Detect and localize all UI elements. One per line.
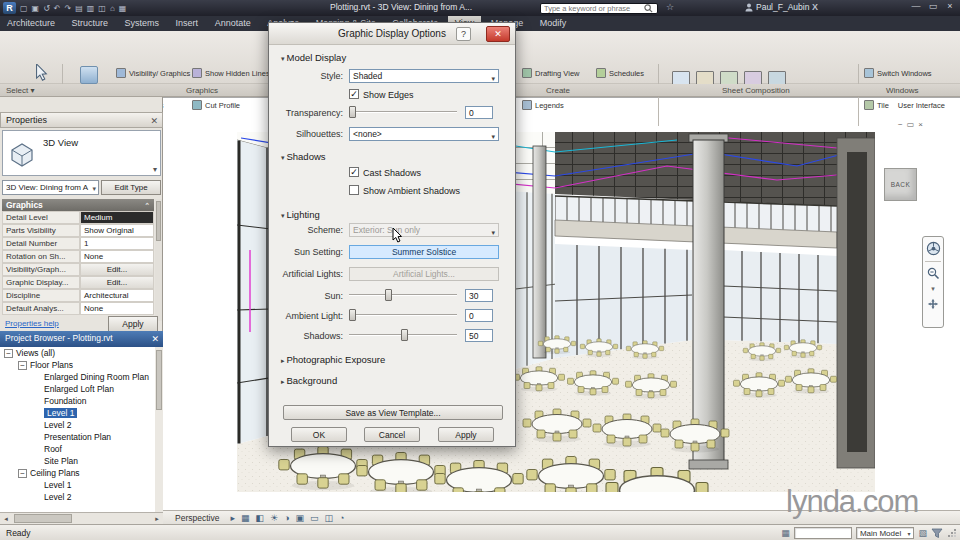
property-value[interactable]: 1 [80, 237, 154, 250]
sun-path-icon[interactable]: ☀ [270, 513, 278, 523]
transparency-slider[interactable] [349, 106, 457, 118]
graphics-group-header[interactable]: Graphics [2, 199, 154, 211]
viewcube[interactable]: BACK [884, 168, 917, 201]
cut-profile-button[interactable]: Cut Profile [192, 97, 240, 113]
type-selector-chevron-icon[interactable]: ▾ [153, 165, 157, 174]
property-value[interactable]: Show Original [80, 224, 154, 237]
project-browser-header[interactable]: Project Browser - Plotting.rvt ✕ [0, 331, 163, 347]
ambient-light-value[interactable]: 0 [465, 309, 493, 322]
collapse-icon[interactable] [4, 349, 13, 358]
view-instance-dropdown[interactable]: 3D View: Dining from A [2, 180, 99, 195]
transparency-value[interactable]: 0 [465, 106, 493, 119]
edit-type-button[interactable]: Edit Type [101, 180, 161, 195]
schedules-button[interactable]: Schedules [596, 65, 644, 81]
help-search-box[interactable] [540, 3, 658, 14]
sun-slider[interactable] [349, 289, 457, 301]
temporary-hide-icon[interactable]: ◔ [339, 513, 344, 523]
create-panel-label[interactable]: Create [546, 84, 570, 97]
tree-item-floor-plans[interactable]: Floor Plans [0, 359, 155, 371]
tree-item-ceiling-plans[interactable]: Ceiling Plans [0, 467, 155, 479]
detail-level-icon[interactable]: ▦ [241, 513, 250, 523]
dialog-title-bar[interactable]: Graphic Display Options [269, 23, 515, 45]
apply-button[interactable]: Apply [438, 427, 494, 442]
tree-item-view[interactable]: Enlarged Dining Room Plan [0, 371, 155, 383]
scheme-dropdown[interactable]: Exterior: Sun only [349, 223, 499, 237]
silhouettes-dropdown[interactable]: <none> [349, 127, 499, 141]
collapse-icon[interactable] [18, 469, 27, 478]
tree-item-view[interactable]: Foundation [0, 395, 155, 407]
filter-icon[interactable] [931, 528, 943, 539]
section-photographic-exposure[interactable]: Photographic Exposure [281, 354, 385, 365]
tag-icon[interactable]: ◫ [98, 4, 106, 13]
select-panel-label[interactable]: Select ▾ [6, 84, 34, 97]
show-edges-checkbox[interactable]: ✓ [349, 89, 359, 99]
shadows-icon[interactable]: ◑ [284, 513, 289, 523]
show-hidden-lines-button[interactable]: Show Hidden Lines [192, 65, 270, 81]
exclude-options-icon[interactable]: ▧ [918, 528, 927, 538]
pan-icon[interactable] [927, 298, 939, 310]
collapse-icon[interactable] [18, 361, 27, 370]
project-browser-close-icon[interactable]: ✕ [151, 332, 159, 347]
type-selector[interactable]: 3D View ▾ [2, 130, 161, 176]
undo-icon[interactable]: ↶ [54, 4, 61, 13]
zoom-icon[interactable] [927, 267, 940, 280]
resize-grip[interactable] [947, 528, 957, 538]
rendering-dialog-icon[interactable]: ▣ [296, 513, 305, 523]
redo-icon[interactable]: ↷ [65, 4, 72, 13]
steering-wheel-icon[interactable] [926, 241, 941, 256]
graphics-panel-label[interactable]: Graphics [186, 84, 218, 97]
section-model-display[interactable]: Model Display [281, 52, 346, 63]
dialog-close-button[interactable] [486, 26, 510, 42]
properties-close-icon[interactable]: ✕ [150, 114, 158, 129]
project-browser-vscrollbar[interactable] [155, 347, 163, 512]
style-dropdown[interactable]: Shaded [349, 69, 499, 83]
property-value[interactable]: None [80, 302, 154, 315]
show-crop-icon[interactable]: ◫ [325, 513, 334, 523]
tab-architecture[interactable]: Architecture [0, 16, 62, 31]
properties-palette-header[interactable]: Properties ✕ [0, 112, 163, 128]
visual-style-icon[interactable]: ◧ [255, 513, 264, 523]
open-icon[interactable]: ▢ [20, 4, 28, 13]
tree-item-view[interactable]: Presentation Plan [0, 431, 155, 443]
shadows-slider[interactable] [349, 329, 457, 341]
property-edit-button[interactable]: Edit... [80, 276, 154, 289]
tree-item-view[interactable]: Enlarged Loft Plan [0, 383, 155, 395]
property-value[interactable]: None [80, 250, 154, 263]
favorites-star-icon[interactable]: ☆ [666, 2, 674, 12]
view-window-controls[interactable]: −▭× [898, 120, 927, 129]
cancel-button[interactable]: Cancel [364, 427, 420, 442]
save-icon[interactable]: ▣ [32, 4, 40, 13]
ambient-light-slider[interactable] [349, 309, 457, 321]
section-shadows[interactable]: Shadows [281, 151, 326, 162]
tree-item-view[interactable]: Roof [0, 443, 155, 455]
worksharing-icon[interactable]: ▦ [781, 528, 790, 538]
artificial-lights-button[interactable]: Artificial Lights... [349, 267, 499, 281]
user-interface-label[interactable]: User Interface [898, 101, 945, 110]
design-options-select[interactable]: Main Model [856, 527, 915, 539]
dialog-help-button[interactable] [456, 27, 471, 41]
properties-scrollbar[interactable] [155, 199, 162, 321]
shadows-value[interactable]: 50 [465, 329, 493, 342]
sun-setting-button[interactable]: Summer Solstice [349, 245, 499, 259]
tree-item-view[interactable]: Site Plan [0, 455, 155, 467]
measure-icon[interactable]: ▥ [87, 4, 95, 13]
section-lighting[interactable]: Lighting [281, 209, 320, 220]
tab-insert[interactable]: Insert [169, 16, 206, 31]
tab-structure[interactable]: Structure [65, 16, 116, 31]
sync-icon[interactable]: ↺ [43, 4, 50, 13]
sun-value[interactable]: 30 [465, 289, 493, 302]
tab-annotate[interactable]: Annotate [208, 16, 258, 31]
navbar-chevron-icon[interactable]: ▾ [931, 285, 935, 293]
view-close-icon[interactable]: × [918, 120, 927, 129]
scale-icon[interactable]: ▸ [230, 513, 235, 523]
worksets-box[interactable] [794, 527, 852, 539]
windows-panel-label[interactable]: Windows [886, 84, 918, 97]
tab-modify[interactable]: Modify [533, 16, 574, 31]
legends-button[interactable]: Legends [522, 97, 564, 113]
close-button[interactable]: × [942, 1, 958, 11]
switch-windows-button[interactable]: Switch Windows [864, 65, 932, 81]
tree-item-view[interactable]: Level 1 [0, 479, 155, 491]
tree-item-views-all[interactable]: Views (all) [0, 347, 155, 359]
properties-help-link[interactable]: Properties help [5, 319, 59, 328]
perspective-label[interactable]: Perspective [175, 513, 219, 523]
